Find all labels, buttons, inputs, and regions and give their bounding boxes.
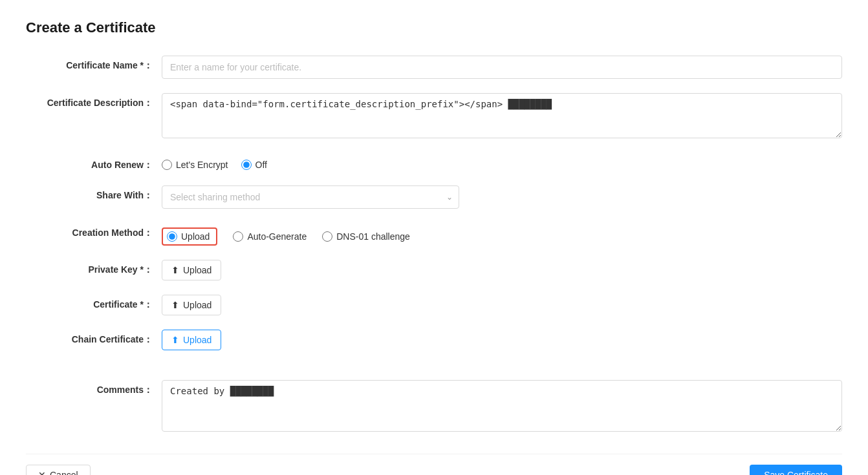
chain-certificate-row: Chain Certificate： ⬆ Upload: [26, 330, 842, 350]
private-key-upload-button[interactable]: ⬆ Upload: [162, 260, 221, 280]
share-with-row: Share With： Select sharing method ⌄: [26, 185, 842, 209]
certificate-description-row: Certificate Description： <span data-bind…: [26, 93, 842, 141]
creation-method-label: Creation Method：: [26, 223, 162, 239]
comments-wrap: Created by ████████: [162, 380, 842, 434]
auto-renew-off[interactable]: Off: [241, 160, 267, 170]
certificate-name-wrap: [162, 56, 842, 79]
cancel-button[interactable]: ✕ Cancel: [26, 465, 91, 475]
private-key-row: Private Key *： ⬆ Upload: [26, 260, 842, 280]
auto-renew-row: Auto Renew： Let's Encrypt Off: [26, 155, 842, 171]
chain-certificate-wrap: ⬆ Upload: [162, 330, 842, 350]
upload-icon-cert: ⬆: [171, 300, 179, 310]
radio-lets-encrypt[interactable]: [162, 160, 172, 170]
certificate-description-label: Certificate Description：: [26, 93, 162, 109]
private-key-wrap: ⬆ Upload: [162, 260, 842, 280]
creation-autogenerate[interactable]: Auto-Generate: [233, 231, 307, 242]
auto-renew-lets-encrypt[interactable]: Let's Encrypt: [162, 160, 228, 170]
certificate-upload-button[interactable]: ⬆ Upload: [162, 295, 221, 315]
certificate-description-wrap: <span data-bind="form.certificate_descri…: [162, 93, 842, 141]
autogenerate-label: Auto-Generate: [247, 231, 307, 242]
radio-upload[interactable]: [167, 231, 177, 242]
dns01-label: DNS-01 challenge: [336, 231, 410, 242]
page-wrapper: Create a Certificate Certificate Name *：…: [0, 0, 868, 475]
comments-row: Comments： Created by ████████: [26, 380, 842, 434]
cancel-label: Cancel: [50, 470, 78, 475]
certificate-name-row: Certificate Name *：: [26, 56, 842, 79]
creation-dns01[interactable]: DNS-01 challenge: [322, 231, 410, 242]
certificate-row: Certificate *： ⬆ Upload: [26, 295, 842, 315]
certificate-name-input[interactable]: [162, 56, 842, 79]
certificate-description-input[interactable]: <span data-bind="form.certificate_descri…: [162, 93, 842, 138]
save-certificate-button[interactable]: Save Certificate: [750, 465, 842, 475]
auto-renew-label: Auto Renew：: [26, 155, 162, 171]
comments-input[interactable]: Created by ████████: [162, 380, 842, 432]
creation-method-group: Upload Auto-Generate DNS-01 challenge: [162, 223, 842, 246]
private-key-upload-label: Upload: [183, 265, 212, 275]
page-title: Create a Certificate: [26, 19, 842, 36]
comments-label: Comments：: [26, 380, 162, 396]
creation-method-row: Creation Method： Upload Auto-Generate DN…: [26, 223, 842, 246]
creation-upload-box[interactable]: Upload: [162, 227, 217, 246]
upload-method-label: Upload: [181, 231, 210, 242]
upload-icon: ⬆: [171, 265, 179, 275]
x-icon: ✕: [38, 470, 46, 475]
upload-icon-chain: ⬆: [171, 335, 179, 345]
share-with-select[interactable]: Select sharing method: [162, 185, 459, 209]
radio-dns01[interactable]: [322, 231, 332, 242]
footer: ✕ Cancel Save Certificate: [26, 454, 842, 475]
lets-encrypt-label: Let's Encrypt: [176, 160, 228, 170]
auto-renew-wrap: Let's Encrypt Off: [162, 155, 842, 170]
creation-method-wrap: Upload Auto-Generate DNS-01 challenge: [162, 223, 842, 246]
auto-renew-group: Let's Encrypt Off: [162, 155, 842, 170]
certificate-wrap: ⬆ Upload: [162, 295, 842, 315]
chain-certificate-upload-label: Upload: [183, 335, 212, 345]
certificate-name-label: Certificate Name *：: [26, 56, 162, 72]
chain-certificate-upload-button[interactable]: ⬆ Upload: [162, 330, 221, 350]
share-with-label: Share With：: [26, 185, 162, 202]
chain-certificate-label: Chain Certificate：: [26, 330, 162, 346]
share-with-wrap: Select sharing method ⌄: [162, 185, 842, 209]
private-key-label: Private Key *：: [26, 260, 162, 276]
radio-autogenerate[interactable]: [233, 231, 243, 242]
form-container: Certificate Name *： Certificate Descript…: [26, 56, 842, 434]
off-label: Off: [255, 160, 267, 170]
spacer: [26, 364, 842, 380]
certificate-upload-label: Upload: [183, 300, 212, 310]
certificate-label: Certificate *：: [26, 295, 162, 311]
radio-off[interactable]: [241, 160, 252, 170]
share-with-select-wrap: Select sharing method ⌄: [162, 185, 459, 209]
